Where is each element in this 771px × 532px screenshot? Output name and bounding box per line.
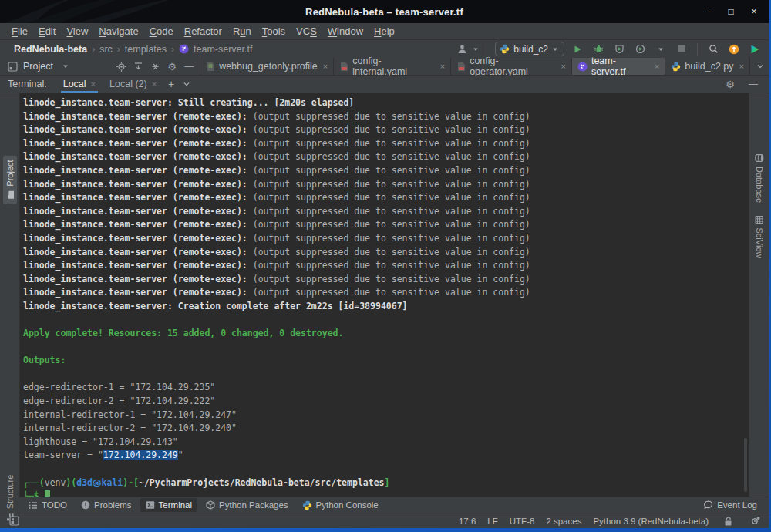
hidden-tabs-chevron[interactable] — [752, 58, 769, 75]
run-configuration-selector[interactable]: build_c2 — [495, 42, 564, 56]
run-toolbar: build_c2 — [457, 42, 763, 57]
python-icon — [500, 44, 510, 54]
terminal-line: linode_instance.team-server (remote-exec… — [23, 246, 749, 260]
menu-window[interactable]: Window — [322, 25, 369, 37]
caret-down-icon[interactable] — [473, 46, 479, 52]
terminal-line: linode_instance.team-server: Still creat… — [23, 96, 749, 110]
toolwindow-button-label: TODO — [42, 500, 67, 510]
coverage-button[interactable] — [611, 42, 627, 57]
stop-button[interactable] — [674, 42, 689, 57]
menu-tools[interactable]: Tools — [257, 25, 291, 37]
maximize-button[interactable]: □ — [726, 6, 736, 17]
menu-edit[interactable]: Edit — [33, 25, 61, 37]
menu-view[interactable]: View — [61, 25, 93, 37]
select-opened-file-icon — [116, 62, 126, 72]
close-icon[interactable]: × — [440, 62, 445, 71]
toolwindow-button-todo[interactable]: TODO — [23, 498, 72, 512]
editor-tab-config-internal-yaml[interactable]: config-internal.yaml× — [334, 58, 451, 75]
toolwindow-button-python-console[interactable]: Python Console — [297, 498, 384, 512]
status-item[interactable]: Python 3.9 (RedNebula-beta) — [593, 517, 709, 526]
terminal-tab-local-2-[interactable]: Local (2)× — [103, 76, 163, 93]
status-bar: 17:6LFUTF-82 spacesPython 3.9 (RedNebula… — [0, 513, 769, 528]
run-button[interactable] — [570, 42, 585, 57]
python-icon — [671, 62, 681, 72]
toolwindow-button-terminal[interactable]: Terminal — [140, 498, 197, 512]
sciview-icon — [755, 216, 763, 224]
terminal-line — [23, 463, 749, 476]
terminal-line: edge-redirector-1 = "172.104.29.235" — [23, 381, 749, 395]
chevron-down-icon[interactable] — [179, 76, 194, 92]
scroll-from-source-icon[interactable] — [130, 59, 146, 74]
profiler-dropdown-caret[interactable] — [653, 42, 668, 57]
toolwindow-button-python-packages[interactable]: Python Packages — [200, 498, 294, 512]
status-item[interactable]: 2 spaces — [546, 517, 581, 526]
learn-icon[interactable] — [747, 42, 763, 57]
project-header-label: Project — [23, 61, 53, 72]
minimize-button[interactable]: – — [702, 6, 713, 17]
terminal-line: linode_instance.team-server (remote-exec… — [23, 218, 749, 232]
lock-open-icon[interactable] — [720, 513, 736, 529]
menu-run[interactable]: Run — [227, 25, 257, 37]
menu-refactor[interactable]: Refactor — [179, 25, 227, 37]
terminal-tab-local[interactable]: Local× — [56, 76, 103, 93]
breadcrumb-item[interactable]: src — [99, 44, 113, 55]
menu-navigate[interactable]: Navigate — [93, 25, 143, 37]
gear-badge-icon[interactable] — [747, 513, 763, 529]
editor-tab-config-operator-yaml[interactable]: config-operator.yaml× — [451, 58, 572, 75]
stripe-button-project[interactable]: Project — [3, 155, 17, 204]
terminal-line: internal-redirector-1 = "172.104.29.247" — [23, 409, 749, 423]
settings-gear-icon[interactable]: ⚙ — [164, 59, 180, 74]
hide-toolwindow-button[interactable]: — — [746, 76, 761, 92]
hide-icon[interactable]: — — [181, 59, 197, 74]
stripe-button-sciview[interactable]: SciView — [752, 211, 766, 263]
breadcrumb-item[interactable]: team-server.tf — [194, 44, 252, 55]
breadcrumb-item[interactable]: RedNebula-beta — [14, 44, 87, 55]
close-icon[interactable]: × — [655, 62, 659, 71]
breadcrumb-item[interactable]: templates — [125, 44, 167, 55]
profile-button[interactable] — [632, 42, 648, 57]
stripe-button-database[interactable]: Database — [752, 149, 766, 207]
editor-tab-build-c2-py[interactable]: build_c2.py× — [665, 58, 750, 75]
menu-code[interactable]: Code — [144, 25, 179, 37]
editor-tabs: webbug_getonly.profile×config-internal.y… — [200, 58, 750, 75]
caret-down-icon[interactable] — [58, 59, 73, 74]
close-button[interactable]: × — [749, 6, 759, 17]
stripe-button-structure[interactable]: Structure — [3, 470, 17, 527]
select-opened-file-icon[interactable] — [113, 59, 129, 74]
update-icon[interactable] — [726, 42, 742, 57]
editor-tab-team-server-tf[interactable]: team-server.tf× — [572, 58, 665, 75]
debug-icon — [594, 44, 604, 54]
left-toolwindow-stripe: ProjectStructureFavorites — [0, 93, 20, 497]
collapse-all-icon[interactable] — [147, 59, 163, 74]
window-title: RedNebula-beta – team-server.tf — [305, 6, 463, 18]
close-icon[interactable]: × — [152, 79, 157, 89]
new-session-button[interactable]: + — [163, 76, 179, 92]
terminal-line: team-server = "172.104.29.249" — [23, 449, 749, 463]
menu-help[interactable]: Help — [369, 25, 400, 37]
settings-gear-icon[interactable]: ⚙ — [722, 76, 738, 92]
status-item[interactable]: UTF-8 — [510, 517, 535, 526]
close-icon[interactable]: × — [561, 62, 565, 71]
editor-tab-webbug-getonly-profile[interactable]: webbug_getonly.profile× — [200, 58, 334, 75]
status-item[interactable]: LF — [487, 517, 497, 526]
status-item[interactable]: 17:6 — [459, 517, 476, 526]
terminal-output[interactable]: linode_instance.team-server: Still creat… — [20, 93, 749, 497]
kali-dragon-decoration — [0, 0, 231, 23]
close-icon[interactable]: × — [91, 79, 96, 89]
close-icon[interactable]: × — [739, 62, 744, 71]
person-icon[interactable] — [457, 44, 467, 54]
menu-vcs[interactable]: VCS — [291, 25, 322, 37]
terminal-scrollbar[interactable] — [744, 438, 747, 492]
toolwindow-bar: TODOProblemsTerminalPython PackagesPytho… — [0, 497, 769, 513]
yaml-file-icon — [456, 62, 466, 72]
close-icon[interactable]: × — [323, 62, 328, 71]
toolwindow-button-problems[interactable]: Problems — [76, 498, 137, 512]
menu-file[interactable]: File — [6, 25, 33, 37]
terminal-line: lighthouse = "172.104.29.143" — [23, 436, 749, 450]
toolwindow-button-event-log[interactable]: Event Log — [698, 498, 763, 512]
terminal-tool-icon — [146, 500, 155, 510]
debug-button[interactable] — [591, 42, 606, 57]
toolbar-separator — [487, 43, 487, 56]
search-icon[interactable] — [705, 42, 721, 57]
structure-icon — [5, 513, 14, 521]
